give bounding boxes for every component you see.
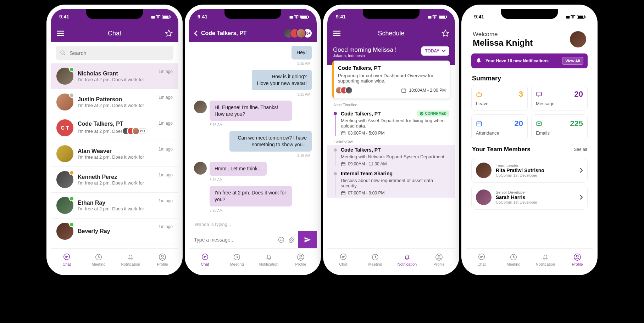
stat-label: Message — [536, 101, 583, 106]
clock-icon — [233, 253, 241, 261]
battery-icon — [439, 15, 446, 19]
timeline-title: Code Talkers, PT — [341, 147, 381, 153]
notch — [224, 9, 281, 19]
message-bubble: Hey! — [292, 46, 312, 60]
search-input[interactable] — [70, 50, 169, 56]
event-description: Preparing for cut over Dashboard Overvie… — [338, 73, 446, 84]
svg-point-11 — [300, 255, 302, 257]
attach-icon[interactable] — [288, 236, 295, 243]
message-icon — [536, 91, 542, 97]
tab-profile[interactable]: Profile — [146, 249, 178, 271]
chat-item[interactable]: C T Code Talkers, PTI'm free at 2 pm. Do… — [51, 115, 178, 141]
tab-chat[interactable]: Chat — [51, 249, 83, 271]
team-member-card[interactable]: Senior DeveloperSarah HarrisCoComm 1st D… — [471, 185, 588, 210]
chat-item[interactable]: Justin PattersonI'm free at 2 pm. Does i… — [51, 89, 178, 115]
timeline-description: Meeting with Asset Department for fixing… — [341, 118, 449, 129]
chat-item[interactable]: Alan WeaverI'm free at 2 pm. Does it wor… — [51, 141, 178, 167]
team-heading: Your Team Members — [472, 146, 531, 153]
stat-card[interactable]: 20Message — [531, 85, 588, 111]
svg-point-0 — [61, 51, 64, 54]
chat-icon — [63, 253, 71, 261]
notch — [501, 9, 558, 19]
user-name: Melissa Knight — [473, 38, 533, 48]
status-dot — [69, 67, 74, 72]
today-button[interactable]: TODAY — [421, 46, 449, 56]
bell-icon — [265, 253, 273, 261]
stat-card[interactable]: 3Leave — [471, 85, 528, 111]
event-time: 10:00AM - 2:00 PM — [409, 88, 446, 93]
chat-item[interactable]: Ethan RayI'm free at 2 pm. Does it work … — [51, 193, 178, 219]
svg-rect-12 — [401, 89, 405, 92]
tab-meeting[interactable]: Meeting — [359, 249, 391, 271]
timeline-description: Meeting with Network Support System Depa… — [341, 154, 449, 159]
menu-button[interactable] — [333, 30, 347, 36]
svg-point-8 — [202, 254, 208, 260]
favorite-button[interactable] — [159, 29, 173, 37]
user-avatar[interactable] — [570, 31, 586, 47]
tab-chat[interactable]: Chat — [189, 249, 221, 271]
phone-conversation: 9:41 Code Talkers, PT 20+ Hey!3:15 AMHow… — [189, 9, 317, 271]
member-subtitle: CoComm 1st Developer — [496, 173, 575, 177]
chat-item[interactable]: Beverly Ray 1m ago — [51, 219, 178, 244]
message-row: Hey! — [194, 46, 312, 60]
message-time: 3:15 AM — [195, 92, 310, 96]
team-member-card[interactable]: Team LeaderRita Pratiwi SutrisnoCoComm 1… — [471, 158, 588, 183]
send-button[interactable] — [298, 231, 317, 248]
calendar-icon — [341, 131, 346, 136]
phone-profile: 9:41 Welcome Melissa Knight Your Have 10… — [466, 9, 593, 271]
message-input[interactable] — [189, 232, 274, 248]
favorite-button[interactable] — [435, 29, 449, 37]
chat-item[interactable]: Kenneth PerezI'm free at 2 pm. Does it w… — [51, 167, 178, 193]
chat-item[interactable]: Nicholas GrantI'm free at 2 pm. Does it … — [51, 63, 178, 89]
bell-icon — [127, 253, 134, 261]
tab-notification[interactable]: Notification — [115, 249, 146, 271]
tab-notification[interactable]: Notification — [529, 249, 561, 271]
stat-label: Emails — [536, 130, 583, 136]
search-bar[interactable] — [56, 46, 173, 60]
timeline-item[interactable]: Code Talkers, PT Meeting with Network Su… — [327, 145, 455, 169]
back-button[interactable] — [193, 30, 198, 36]
schedule-content: Code Talkers, PT Preparing for cut over … — [327, 65, 455, 248]
timeline-item[interactable]: Internal Team Sharing Discuss about new … — [327, 169, 455, 198]
chat-time: 1m ago — [159, 224, 173, 229]
tab-notification[interactable]: Notification — [253, 249, 285, 271]
view-all-button[interactable]: View All — [562, 57, 583, 65]
message-time: 3:16 AM — [210, 178, 310, 182]
timeline-title: Code Talkers, PT — [341, 111, 381, 117]
emoji-icon[interactable] — [278, 236, 285, 243]
tab-chat[interactable]: Chat — [466, 249, 498, 271]
stat-card[interactable]: 20Attendance — [471, 114, 528, 140]
tab-profile[interactable]: Profile — [561, 249, 593, 271]
timeline-title: Internal Team Sharing — [341, 171, 393, 176]
svg-point-17 — [340, 254, 346, 260]
stat-card[interactable]: 225Emails — [531, 114, 588, 140]
chat-time: 1m ago — [159, 147, 173, 152]
tab-notification[interactable]: Notification — [391, 249, 423, 271]
tab-chat[interactable]: Chat — [327, 249, 359, 271]
svg-point-1 — [64, 254, 70, 260]
attendee-avatar — [345, 86, 353, 94]
member-avatar — [476, 163, 492, 178]
chat-icon — [201, 253, 209, 261]
featured-event-card[interactable]: Code Talkers, PT Preparing for cut over … — [332, 61, 450, 98]
chat-name: Alan Weaver — [78, 148, 154, 154]
svg-rect-21 — [477, 93, 482, 96]
tab-profile[interactable]: Profile — [285, 249, 317, 271]
sender-avatar — [194, 162, 207, 175]
chat-avatar — [56, 94, 73, 110]
chevron-right-icon — [579, 168, 583, 173]
menu-button[interactable] — [56, 30, 71, 36]
message-time: 3:15 AM — [195, 62, 310, 66]
timeline-item[interactable]: Code Talkers, PTCONFIRMED Meeting with A… — [327, 108, 455, 138]
message-time: 3:16 AM — [210, 123, 310, 127]
tab-meeting[interactable]: Meeting — [83, 249, 115, 271]
member-avatars[interactable]: 20+ — [287, 28, 312, 38]
bottom-tabs: Chat Meeting Notification Profile — [466, 248, 593, 271]
see-all-link[interactable]: See all — [574, 147, 587, 152]
tab-profile[interactable]: Profile — [423, 249, 455, 271]
star-icon — [442, 29, 449, 37]
member-avatar — [296, 28, 306, 38]
tab-meeting[interactable]: Meeting — [498, 249, 529, 271]
tab-meeting[interactable]: Meeting — [221, 249, 253, 271]
notification-banner[interactable]: Your Have 10 new Notifications View All — [471, 53, 588, 68]
